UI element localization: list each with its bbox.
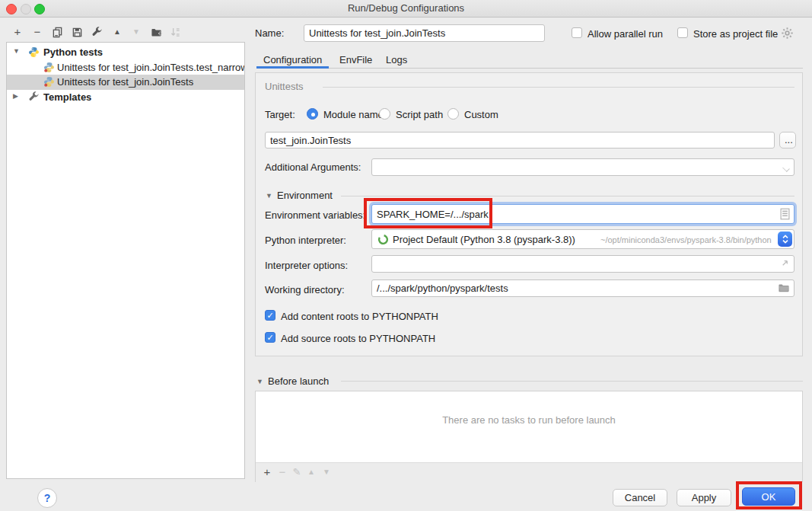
ok-button[interactable]: OK	[742, 487, 795, 506]
before-launch-toolbar: + − ✎ ▲ ▼	[256, 462, 802, 482]
move-down-icon: ▼	[323, 465, 330, 479]
target-module-input[interactable]	[265, 132, 775, 149]
conda-environment-icon	[377, 234, 389, 245]
interpreter-options-input[interactable]	[371, 255, 794, 273]
title-bar: Run/Debug Configurations	[0, 0, 812, 18]
allow-parallel-run-checkbox[interactable]	[572, 27, 582, 38]
target-label: Target:	[265, 109, 295, 120]
name-input[interactable]	[304, 24, 545, 42]
tree-item-templates[interactable]: ▶ Templates	[7, 90, 244, 105]
before-launch-disclosure-icon[interactable]: ▼	[256, 378, 263, 385]
edit-task-button: ✎	[290, 465, 304, 479]
remove-icon: −	[279, 465, 286, 479]
move-up-icon: ▲	[307, 465, 315, 479]
python-interpreter-value: Project Default (Python 3.8 (pyspark-3.8…	[393, 234, 575, 245]
browse-module-button[interactable]: ...	[779, 132, 796, 149]
interpreter-options-label: Interpreter options:	[265, 260, 348, 271]
add-icon: +	[264, 465, 271, 479]
add-task-button[interactable]: +	[260, 465, 274, 479]
working-directory-input[interactable]	[371, 279, 794, 297]
add-content-roots-checkbox[interactable]	[265, 310, 275, 321]
cancel-button[interactable]: Cancel	[613, 489, 667, 506]
python-tests-icon	[28, 46, 40, 58]
add-source-roots-label[interactable]: Add source roots to PYTHONPATH	[281, 333, 435, 344]
radio-custom[interactable]	[447, 108, 459, 120]
unittests-group-label: Unittests	[265, 81, 304, 92]
pencil-icon: ✎	[293, 465, 301, 479]
add-source-roots-checkbox[interactable]	[265, 332, 275, 343]
window-title: Run/Debug Configurations	[0, 0, 812, 17]
python-interpreter-label: Python interpreter:	[265, 235, 346, 246]
stepper-chevrons-icon	[782, 234, 789, 244]
tree-item-label: Unittests for test_join.JoinTests	[57, 76, 193, 88]
add-content-roots-label[interactable]: Add content roots to PYTHONPATH	[281, 311, 438, 322]
additional-arguments-label: Additional Arguments:	[265, 161, 361, 173]
disclosure-collapsed-icon[interactable]: ▶	[13, 92, 18, 100]
save-configuration-button[interactable]	[70, 25, 84, 39]
copy-configuration-button[interactable]	[50, 25, 64, 39]
minimize-window-icon	[21, 4, 31, 14]
tab-logs[interactable]: Logs	[386, 54, 407, 65]
env-variables-list-icon[interactable]	[780, 208, 790, 220]
sort-alphabetically-icon	[170, 27, 181, 38]
help-button[interactable]: ?	[37, 488, 57, 508]
tree-item-python-tests[interactable]: ▼ Python tests	[7, 45, 244, 60]
remove-task-button: −	[275, 465, 289, 479]
store-as-project-file-checkbox[interactable]	[677, 27, 688, 38]
tab-envfile[interactable]: EnvFile	[339, 54, 372, 65]
tree-item-unittests-narrow[interactable]: Unittests for test_join.JoinTests.test_n…	[7, 60, 244, 75]
radio-script-path-label[interactable]: Script path	[396, 109, 443, 120]
folder-icon[interactable]	[778, 283, 790, 293]
environment-section-label[interactable]: Environment	[277, 190, 333, 201]
move-up-icon: ▲	[113, 25, 121, 39]
templates-wrench-icon	[28, 91, 40, 103]
tab-divider	[256, 68, 803, 69]
copy-icon	[52, 27, 63, 38]
zoom-window-icon[interactable]	[34, 4, 45, 14]
close-window-icon[interactable]	[6, 4, 17, 14]
remove-icon: −	[34, 25, 41, 39]
move-down-button: ▼	[129, 25, 143, 39]
before-launch-panel: There are no tasks to run before launch …	[255, 391, 803, 482]
tree-item-label: Templates	[43, 91, 91, 103]
radio-module-name[interactable]	[307, 108, 318, 120]
add-icon: +	[14, 25, 21, 39]
apply-button[interactable]: Apply	[677, 489, 731, 506]
move-task-up-button: ▲	[304, 465, 318, 479]
store-as-project-file-label: Store as project file	[693, 28, 778, 40]
tab-configuration[interactable]: Configuration	[263, 54, 322, 65]
radio-custom-label[interactable]: Custom	[464, 109, 498, 120]
tree-item-label: Unittests for test_join.JoinTests.test_n…	[57, 62, 245, 73]
group-separator	[323, 87, 794, 88]
move-task-down-button: ▼	[320, 465, 333, 479]
environment-variables-input[interactable]	[371, 204, 794, 224]
additional-arguments-input[interactable]	[371, 158, 794, 176]
configurations-tree: ▼ Python tests Unittests for test_join.J…	[6, 42, 245, 479]
create-folder-button[interactable]	[150, 25, 164, 39]
name-label: Name:	[255, 27, 284, 39]
tree-item-unittests-jointests-selected[interactable]: Unittests for test_join.JoinTests	[7, 75, 244, 90]
before-launch-section-label[interactable]: Before launch	[268, 375, 329, 387]
disclosure-expanded-icon[interactable]: ▼	[13, 47, 20, 55]
radio-script-path[interactable]	[379, 108, 390, 120]
save-icon	[72, 27, 83, 38]
tree-item-label: Python tests	[43, 46, 103, 58]
move-down-icon: ▼	[132, 25, 140, 39]
run-debug-configurations-dialog: Run/Debug Configurations + − ▲ ▼ ▼ Pytho…	[0, 0, 812, 511]
remove-configuration-button[interactable]: −	[30, 25, 44, 39]
python-test-icon	[43, 62, 55, 73]
add-configuration-button[interactable]: +	[11, 25, 24, 39]
combobox-stepper[interactable]	[778, 232, 792, 247]
python-interpreter-path: ~/opt/miniconda3/envs/pyspark-3.8/bin/py…	[600, 235, 772, 244]
move-up-button[interactable]: ▲	[110, 25, 124, 39]
active-tab-indicator	[256, 66, 329, 69]
radio-module-name-label[interactable]: Module name	[323, 109, 384, 120]
edit-templates-button[interactable]	[90, 25, 103, 39]
expand-field-icon[interactable]	[780, 258, 790, 268]
environment-disclosure-icon[interactable]: ▼	[266, 192, 272, 200]
python-interpreter-combobox[interactable]: Project Default (Python 3.8 (pyspark-3.8…	[371, 229, 794, 249]
section-separator	[341, 196, 794, 196]
allow-parallel-run-label: Allow parallel run	[588, 28, 663, 40]
gear-icon[interactable]	[781, 27, 794, 40]
before-launch-empty-text: There are no tasks to run before launch	[256, 414, 802, 426]
